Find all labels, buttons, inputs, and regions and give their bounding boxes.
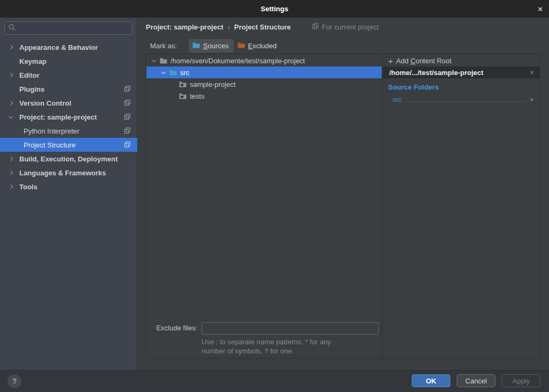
tree-item-tests[interactable]: tests xyxy=(146,90,382,102)
sidebar-item-keymap[interactable]: Keymap xyxy=(0,54,137,68)
sidebar-item-label: Python Interpreter xyxy=(24,127,79,135)
exclude-files-input[interactable] xyxy=(202,322,379,335)
main-panel: Project: sample-project › Project Struct… xyxy=(137,18,549,370)
sidebar-nav: Appearance & BehaviorKeymapEditorPlugins… xyxy=(0,40,137,194)
sidebar-item-label: Plugins xyxy=(19,85,44,93)
mark-as-toolbar: Mark as: Sources Excluded xyxy=(150,39,281,53)
remove-content-root-icon[interactable]: × xyxy=(529,69,535,76)
tree-item-src[interactable]: src xyxy=(146,66,382,78)
sidebar-item-python-interpreter[interactable]: Python Interpreter xyxy=(0,124,137,138)
remove-source-folder-icon[interactable]: × xyxy=(529,96,535,103)
project-settings-icon xyxy=(124,141,131,150)
tree-item-label: src xyxy=(180,69,189,77)
scope-note: For current project xyxy=(312,23,379,31)
sidebar-item-label: Appearance & Behavior xyxy=(19,43,98,51)
source-folder-name[interactable]: src xyxy=(392,95,402,103)
plus-icon: + xyxy=(388,56,393,65)
sidebar-item-label: Keymap xyxy=(19,57,47,65)
add-content-root-label: Add Content Root xyxy=(396,57,451,65)
apply-button[interactable]: Apply xyxy=(502,374,540,387)
sources-folder-icon xyxy=(192,41,201,51)
project-settings-icon xyxy=(124,113,131,122)
chevron-right-icon[interactable] xyxy=(8,185,14,188)
exclude-files-label: Exclude files: xyxy=(146,324,197,332)
structure-panel: /home/sven/Dokumente/test/sample-project… xyxy=(146,54,540,359)
chevron-down-icon[interactable] xyxy=(8,116,14,118)
folder-module-icon xyxy=(179,92,187,100)
sidebar-item-label: Editor xyxy=(19,71,40,79)
sidebar-item-label: Project Structure xyxy=(24,141,76,149)
project-settings-icon xyxy=(124,127,131,136)
search-box[interactable] xyxy=(4,21,132,35)
content-root-row[interactable]: /home/.../test/sample-project × xyxy=(383,66,539,78)
content-root-path: /home/.../test/sample-project xyxy=(389,69,529,77)
sidebar-item-project-structure[interactable]: Project Structure xyxy=(0,138,137,152)
folder-source-icon xyxy=(169,68,177,77)
tree-item-label: /home/sven/Dokumente/test/sample-project xyxy=(170,57,305,65)
dotted-leader xyxy=(405,101,525,102)
cancel-button[interactable]: Cancel xyxy=(457,374,495,387)
sidebar-item-plugins[interactable]: Plugins xyxy=(0,82,137,96)
chevron-right-icon[interactable] xyxy=(8,46,14,49)
breadcrumb-separator-icon: › xyxy=(228,23,230,31)
sidebar-item-build-execution-deployment[interactable]: Build, Execution, Deployment xyxy=(0,152,137,166)
search-icon xyxy=(8,24,16,33)
exclude-hint-line1: Use ; to separate name patterns, * for a… xyxy=(202,337,384,346)
sidebar-item-label: Version Control xyxy=(19,99,71,107)
tree-item-label: tests xyxy=(190,92,204,100)
folder-gray-icon xyxy=(159,56,168,65)
sidebar-item-languages-frameworks[interactable]: Languages & Frameworks xyxy=(0,166,137,180)
breadcrumb-project[interactable]: Project: sample-project xyxy=(146,23,224,31)
source-folders-title: Source Folders xyxy=(388,83,439,91)
scope-note-label: For current project xyxy=(322,23,379,31)
project-settings-icon xyxy=(124,85,131,94)
chevron-down-icon[interactable] xyxy=(160,72,167,73)
add-content-root-button[interactable]: + Add Content Root xyxy=(383,55,539,66)
current-project-icon xyxy=(312,23,319,31)
sidebar-item-tools[interactable]: Tools xyxy=(0,180,137,194)
folder-module-icon xyxy=(179,80,187,88)
sidebar-item-appearance-behavior[interactable]: Appearance & Behavior xyxy=(0,40,137,54)
sources-label: Sources xyxy=(203,42,229,50)
tree-item-label: sample-project xyxy=(190,80,235,88)
footer: ? OK Cancel Apply xyxy=(0,370,549,392)
exclude-hint-line2: number of symbols, ? for one. xyxy=(202,346,384,356)
sidebar-item-version-control[interactable]: Version Control xyxy=(0,96,137,110)
dialog-title: Settings xyxy=(261,5,288,13)
settings-dialog: Settings × Appearance & BehaviorKeymapEd… xyxy=(0,0,549,392)
tree-item-home-sven-dokumente-test-sample-project[interactable]: /home/sven/Dokumente/test/sample-project xyxy=(146,55,382,66)
content-tree-pane: /home/sven/Dokumente/test/sample-project… xyxy=(146,54,382,358)
chevron-right-icon[interactable] xyxy=(8,171,14,174)
tree-item-sample-project[interactable]: sample-project xyxy=(146,78,382,90)
settings-sidebar: Appearance & BehaviorKeymapEditorPlugins… xyxy=(0,18,137,370)
chevron-down-icon[interactable] xyxy=(151,60,157,62)
excluded-label: Excluded xyxy=(248,42,277,50)
breadcrumb: Project: sample-project › Project Struct… xyxy=(146,21,379,33)
exclude-files-hint: Use ; to separate name patterns, * for a… xyxy=(202,337,384,356)
content-root-tree: /home/sven/Dokumente/test/sample-project… xyxy=(146,55,382,102)
excluded-folder-icon xyxy=(237,41,246,51)
close-icon[interactable]: × xyxy=(538,0,543,18)
chevron-right-icon[interactable] xyxy=(8,101,14,105)
search-input[interactable] xyxy=(18,24,129,32)
content-root-details-pane: + Add Content Root /home/.../test/sample… xyxy=(383,54,539,358)
sidebar-item-project-sample-project[interactable]: Project: sample-project xyxy=(0,110,137,124)
help-button[interactable]: ? xyxy=(8,374,21,388)
titlebar: Settings × xyxy=(0,0,549,18)
breadcrumb-page: Project Structure xyxy=(234,23,291,31)
source-folder-row[interactable]: src × xyxy=(392,94,535,103)
sidebar-item-label: Project: sample-project xyxy=(19,113,97,121)
chevron-right-icon[interactable] xyxy=(8,157,14,160)
sidebar-item-label: Build, Execution, Deployment xyxy=(19,155,117,163)
sidebar-item-label: Tools xyxy=(19,183,38,191)
project-settings-icon xyxy=(124,99,131,108)
mark-excluded-button[interactable]: Excluded xyxy=(234,39,281,53)
sidebar-item-editor[interactable]: Editor xyxy=(0,68,137,82)
sidebar-item-label: Languages & Frameworks xyxy=(19,169,106,177)
mark-sources-button[interactable]: Sources xyxy=(189,39,234,53)
mark-as-label: Mark as: xyxy=(150,42,177,50)
ok-button[interactable]: OK xyxy=(412,374,450,387)
chevron-right-icon[interactable] xyxy=(8,73,14,77)
